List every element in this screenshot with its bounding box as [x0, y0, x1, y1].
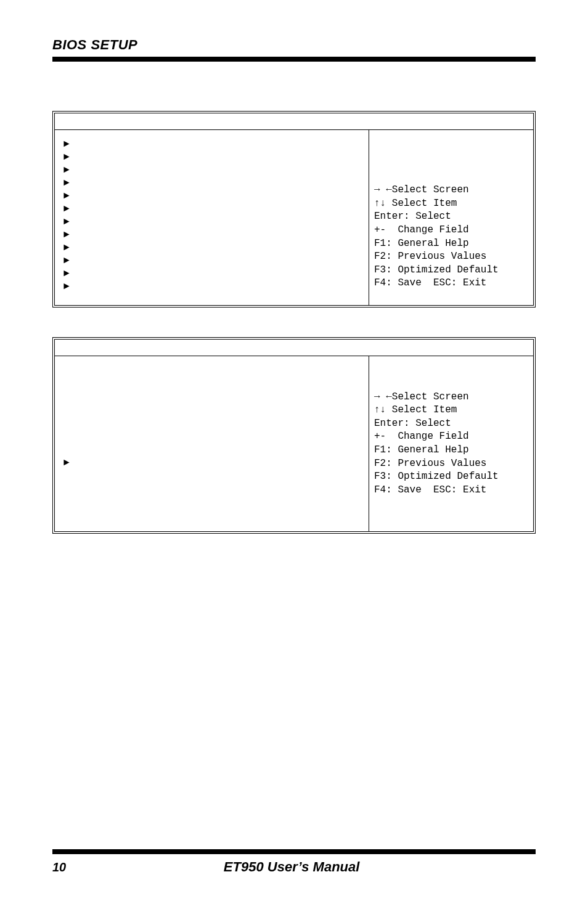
- table2-left-column: ►: [55, 356, 369, 531]
- menu-arrow-icon: ►: [63, 277, 362, 290]
- help-optimized-default: F3: Optimized Default: [374, 470, 528, 484]
- bios-table-1: ► ► ► ► ► ► ► ► ► ► ► ► → ←Select Screen…: [52, 111, 536, 308]
- menu-arrow-icon: ►: [63, 187, 362, 200]
- footer-rule: [52, 849, 536, 854]
- table-body: ► → ←Select Screen ↑↓ Select Item Enter:…: [55, 356, 533, 531]
- bios-table-2: ► → ←Select Screen ↑↓ Select Item Enter:…: [52, 337, 536, 534]
- menu-arrow-icon: ►: [63, 135, 362, 148]
- menu-arrow-icon: ►: [63, 226, 362, 238]
- help-change-field: +- Change Field: [374, 430, 528, 444]
- help-enter-select: Enter: Select: [374, 417, 528, 431]
- help-change-field: +- Change Field: [374, 224, 528, 237]
- help-previous-values: F2: Previous Values: [374, 250, 528, 264]
- page-number: 10: [52, 860, 66, 874]
- table-body: ► ► ► ► ► ► ► ► ► ► ► ► → ←Select Screen…: [55, 130, 533, 305]
- help-general-help: F1: General Help: [374, 237, 528, 251]
- help-select-item: ↑↓ Select Item: [374, 197, 528, 211]
- table1-left-column: ► ► ► ► ► ► ► ► ► ► ► ►: [55, 130, 369, 305]
- help-select-item: ↑↓ Select Item: [374, 404, 528, 417]
- menu-arrow-icon: ►: [63, 454, 362, 467]
- help-save-exit: F4: Save ESC: Exit: [374, 277, 528, 290]
- table2-help-column: → ←Select Screen ↑↓ Select Item Enter: S…: [369, 356, 533, 531]
- help-select-screen: → ←Select Screen: [374, 391, 528, 404]
- help-optimized-default: F3: Optimized Default: [374, 264, 528, 277]
- help-select-screen: → ←Select Screen: [374, 184, 528, 197]
- table-header-row: [55, 113, 533, 130]
- section-title: BIOS SETUP: [52, 37, 536, 53]
- menu-arrow-icon: ►: [63, 213, 362, 226]
- help-save-exit: F4: Save ESC: Exit: [374, 484, 528, 497]
- page-footer: 10 ET950 User’s Manual: [0, 849, 588, 875]
- help-enter-select: Enter: Select: [374, 210, 528, 224]
- menu-arrow-icon: ►: [63, 200, 362, 213]
- manual-title: ET950 User’s Manual: [66, 859, 517, 875]
- menu-arrow-icon: ►: [63, 161, 362, 174]
- help-previous-values: F2: Previous Values: [374, 457, 528, 471]
- table1-help-column: → ←Select Screen ↑↓ Select Item Enter: S…: [369, 130, 533, 305]
- menu-arrow-icon: ►: [63, 148, 362, 161]
- menu-arrow-icon: ►: [63, 174, 362, 187]
- table-header-row: [55, 340, 533, 356]
- menu-arrow-icon: ►: [63, 251, 362, 264]
- header-rule: [52, 57, 536, 62]
- menu-arrow-icon: ►: [63, 238, 362, 251]
- menu-arrow-icon: ►: [63, 264, 362, 277]
- help-general-help: F1: General Help: [374, 444, 528, 457]
